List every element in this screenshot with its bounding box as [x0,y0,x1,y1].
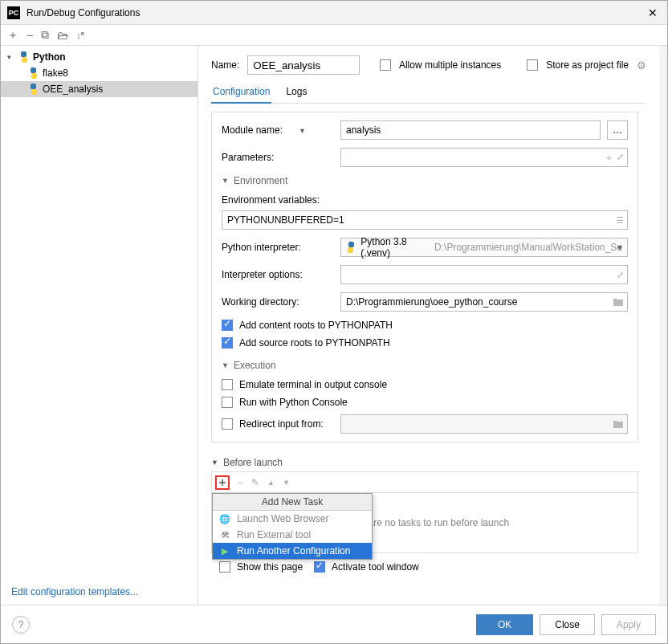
interpreter-select[interactable]: Python 3.8 (.venv) D:\Programmierung\Man… [340,238,628,257]
move-up-icon[interactable]: ▲ [267,479,275,487]
close-icon[interactable]: ✕ [645,6,661,19]
parameters-input[interactable]: ＋⤢ [340,148,628,167]
config-toolbar: ＋ − ⧉ 🗁 ↓ª [1,25,667,46]
before-launch-section: ▼Before launch ＋ − ✎ ▲ ▼ There are no ta… [211,457,638,573]
add-config-icon[interactable]: ＋ [7,28,18,43]
main-form-panel: Module name: ▼ analysis … Parameters: ＋⤢… [211,112,638,442]
add-content-label: Add content roots to PYTHONPATH [239,320,393,331]
emulate-terminal-checkbox[interactable] [222,379,233,390]
python-icon [346,242,356,253]
chevron-down-icon[interactable]: ▼ [299,127,306,135]
popup-header: Add New Task [213,494,372,511]
sort-config-icon[interactable]: ↓ª [76,31,84,40]
help-button[interactable]: ? [12,616,30,634]
allow-multiple-label: Allow multiple instances [399,59,501,71]
chevron-down-icon: ▼ [222,361,229,369]
popup-item-run-config[interactable]: ▶Run Another Configuration [213,543,372,559]
dialog-footer: ? OK Close Apply [1,605,667,643]
tree-item-label: OEE_analysis [43,84,103,95]
tree-item-label: flake8 [43,67,68,79]
parameters-label: Parameters: [222,152,334,163]
folder-icon[interactable] [613,419,624,429]
workdir-input[interactable]: D:\Programmierung\oee_python_course [340,292,628,312]
redirect-input-label: Redirect input from: [239,418,334,430]
show-page-label: Show this page [237,561,303,573]
environment-section[interactable]: ▼Environment [222,175,628,186]
module-name-input[interactable]: analysis [340,120,601,140]
add-source-checkbox[interactable] [222,337,233,348]
tree-root-python[interactable]: ▾ Python [1,49,198,65]
edit-task-icon[interactable]: ✎ [251,477,259,488]
expand-icon[interactable]: ⤢ [617,152,624,164]
emulate-terminal-label: Emulate terminal in output console [239,379,387,390]
activate-tool-label: Activate tool window [332,561,419,573]
tab-logs[interactable]: Logs [284,83,308,103]
move-down-icon[interactable]: ▼ [283,479,290,487]
interp-opts-label: Interpreter options: [222,269,334,280]
folder-icon[interactable] [613,297,624,307]
tree-root-label: Python [33,51,66,63]
workdir-label: Working directory: [222,296,334,308]
show-page-checkbox[interactable] [219,561,230,573]
apply-button[interactable]: Apply [601,614,656,635]
dialog-body: ▾ Python flake8 OEE_analysis Name: Allow… [1,46,667,605]
copy-config-icon[interactable]: ⧉ [41,28,49,42]
tree-item-flake8[interactable]: flake8 [1,65,198,81]
popup-item-browser[interactable]: 🌐Launch Web Browser [213,511,372,527]
scrollbar[interactable] [659,46,667,605]
main-panel: Name: Allow multiple instances Store as … [198,46,659,605]
interpreter-label: Python interpreter: [222,242,334,253]
redirect-input-checkbox[interactable] [222,418,233,430]
play-icon: ▶ [219,546,230,556]
plus-icon[interactable]: ＋ [605,152,613,164]
ok-button[interactable]: OK [476,614,533,635]
dialog-window: PC Run/Debug Configurations ✕ ＋ − ⧉ 🗁 ↓ª… [0,0,668,644]
browse-module-button[interactable]: … [607,120,628,140]
add-source-label: Add source roots to PYTHONPATH [239,337,390,348]
tab-configuration[interactable]: Configuration [211,83,271,104]
expand-icon[interactable]: ⤢ [617,270,624,280]
before-launch-list: There are no tasks to run before launch … [211,492,638,553]
module-name-label: Module name: ▼ [222,124,334,136]
env-vars-input[interactable]: PYTHONUNBUFFERED=1☰ [222,210,628,230]
edit-templates-link[interactable]: Edit configuration templates... [11,586,138,597]
gear-icon[interactable]: ⚙ [637,59,646,71]
execution-section[interactable]: ▼Execution [222,360,628,371]
config-scroll: Module name: ▼ analysis … Parameters: ＋⤢… [211,104,646,605]
name-input[interactable] [247,55,360,75]
activate-tool-checkbox[interactable] [314,561,325,573]
before-launch-header[interactable]: ▼Before launch [211,457,638,468]
chevron-down-icon: ▾ [7,53,15,61]
close-button[interactable]: Close [540,614,595,635]
name-label: Name: [211,59,239,71]
redirect-input-field[interactable] [340,414,628,434]
interp-opts-input[interactable]: ⤢ [340,265,628,284]
chevron-down-icon: ▾ [617,242,622,253]
store-project-checkbox[interactable] [527,59,538,71]
window-title: Run/Debug Configurations [26,7,645,18]
run-console-label: Run with Python Console [239,397,348,408]
remove-task-icon[interactable]: − [238,477,243,488]
config-tree: ▾ Python flake8 OEE_analysis [1,46,198,605]
chevron-down-icon: ▼ [222,177,229,185]
add-content-checkbox[interactable] [222,320,233,331]
name-row: Name: Allow multiple instances Store as … [211,55,646,75]
python-icon [28,84,39,95]
run-console-checkbox[interactable] [222,397,233,408]
titlebar: PC Run/Debug Configurations ✕ [1,1,667,25]
allow-multiple-checkbox[interactable] [380,59,391,71]
save-config-icon[interactable]: 🗁 [57,29,68,42]
tree-item-oee-analysis[interactable]: OEE_analysis [1,81,198,97]
list-icon[interactable]: ☰ [616,215,624,226]
env-vars-label: Environment variables: [222,194,628,206]
remove-config-icon[interactable]: − [26,29,33,42]
before-launch-toolbar: ＋ − ✎ ▲ ▼ [211,471,638,492]
chevron-down-icon: ▼ [211,459,218,467]
add-task-popup: Add New Task 🌐Launch Web Browser 🛠Run Ex… [212,493,373,560]
tools-icon: 🛠 [219,530,230,540]
globe-icon: 🌐 [219,514,230,524]
popup-item-external-tool[interactable]: 🛠Run External tool [213,527,372,543]
store-project-label: Store as project file [546,59,629,71]
tabs: Configuration Logs [211,83,646,104]
add-task-button[interactable]: ＋ [215,475,230,490]
